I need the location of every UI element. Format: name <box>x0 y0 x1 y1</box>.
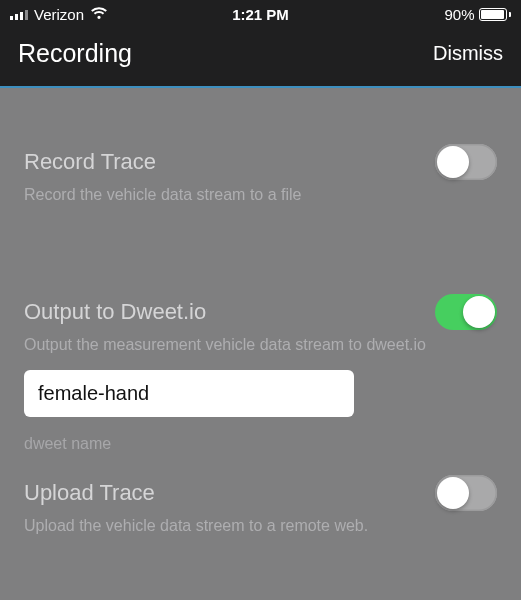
record-trace-section: Record Trace Record the vehicle data str… <box>0 88 521 204</box>
battery-percent: 90% <box>444 6 474 23</box>
content: Record Trace Record the vehicle data str… <box>0 88 521 535</box>
battery-icon <box>479 8 512 21</box>
record-trace-subtitle: Record the vehicle data stream to a file <box>24 186 497 204</box>
upload-trace-subtitle: Upload the vehicle data streem to a remo… <box>24 517 497 535</box>
upload-trace-section: Upload Trace Upload the vehicle data str… <box>0 453 521 535</box>
upload-trace-title: Upload Trace <box>24 480 155 506</box>
status-bar-right: 90% <box>344 6 511 23</box>
nav-bar: Recording Dismiss <box>0 28 521 88</box>
dweet-name-caption: dweet name <box>24 435 497 453</box>
upload-trace-toggle[interactable] <box>435 475 497 511</box>
status-bar-left: Verizon <box>10 6 177 23</box>
record-trace-toggle[interactable] <box>435 144 497 180</box>
status-bar: Verizon 1:21 PM 90% <box>0 0 521 28</box>
output-dweet-title: Output to Dweet.io <box>24 299 206 325</box>
carrier-label: Verizon <box>34 6 84 23</box>
output-dweet-section: Output to Dweet.io Output the measuremen… <box>0 204 521 453</box>
cellular-signal-icon <box>10 8 28 20</box>
output-dweet-subtitle: Output the measurement vehicle data stre… <box>24 336 497 354</box>
clock: 1:21 PM <box>177 6 344 23</box>
wifi-icon <box>90 7 108 21</box>
dweet-name-input[interactable] <box>24 370 354 417</box>
record-trace-title: Record Trace <box>24 149 156 175</box>
output-dweet-toggle[interactable] <box>435 294 497 330</box>
page-title: Recording <box>18 39 132 68</box>
dismiss-button[interactable]: Dismiss <box>433 42 503 65</box>
